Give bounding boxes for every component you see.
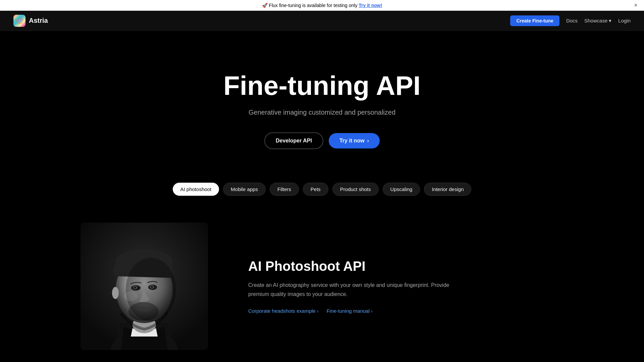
- hero-subtitle: Generative imaging customized and person…: [249, 109, 395, 116]
- svg-point-15: [128, 302, 159, 321]
- corporate-headshots-label: Corporate headshots example: [248, 308, 316, 314]
- logo-text: Astria: [29, 17, 48, 24]
- chevron-right-icon: ›: [367, 138, 369, 144]
- announcement-banner: 🚀 Flux fine-tuning is available for test…: [0, 0, 644, 11]
- tab-pets[interactable]: Pets: [303, 183, 328, 196]
- tab-filters[interactable]: Filters: [270, 183, 299, 196]
- photoshoot-description: Create an AI photography service with yo…: [248, 281, 449, 299]
- photoshoot-links: Corporate headshots example › Fine-tunin…: [248, 308, 449, 314]
- fine-tuning-manual-link[interactable]: Fine-tuning manual ›: [327, 308, 373, 314]
- showcase-label: Showcase: [584, 18, 607, 23]
- svg-point-16: [112, 287, 119, 299]
- tab-interior-design[interactable]: Interior design: [424, 183, 471, 196]
- svg-point-14: [151, 286, 153, 288]
- chevron-right-icon-2: ›: [371, 308, 373, 314]
- tab-ai-photoshoot[interactable]: AI photoshoot: [173, 183, 219, 196]
- logo-icon: [13, 15, 25, 27]
- main-nav: Astria Create Fine-tune Docs Showcase ▾ …: [0, 11, 644, 31]
- svg-point-1: [18, 19, 21, 22]
- chevron-right-icon: ›: [317, 308, 319, 314]
- create-finetune-button[interactable]: Create Fine-tune: [510, 15, 559, 26]
- try-now-label: Try it now: [339, 138, 365, 144]
- photoshoot-section: AI Photoshoot API Create an AI photograp…: [0, 209, 644, 362]
- docs-link[interactable]: Docs: [566, 18, 578, 23]
- logo-svg: [16, 17, 23, 24]
- banner-message: Flux fine-tuning is available for testin…: [269, 3, 359, 8]
- banner-close-button[interactable]: ×: [634, 2, 637, 8]
- tab-upscaling[interactable]: Upscaling: [383, 183, 420, 196]
- banner-link[interactable]: Try it now!: [359, 3, 382, 8]
- hero-buttons: Developer API Try it now ›: [264, 132, 380, 149]
- developer-api-button[interactable]: Developer API: [264, 132, 323, 149]
- try-it-now-button[interactable]: Try it now ›: [329, 133, 380, 148]
- photoshoot-title: AI Photoshoot API: [248, 259, 449, 274]
- tab-product-shots[interactable]: Product shots: [332, 183, 379, 196]
- svg-point-13: [134, 287, 136, 289]
- hero-section: Fine-tuning API Generative imaging custo…: [0, 31, 644, 176]
- showcase-dropdown[interactable]: Showcase ▾: [584, 18, 611, 24]
- nav-right: Create Fine-tune Docs Showcase ▾ Login: [510, 15, 631, 26]
- svg-point-17: [124, 291, 138, 301]
- corporate-headshots-link[interactable]: Corporate headshots example ›: [248, 308, 319, 314]
- tab-mobile-apps[interactable]: Mobile apps: [223, 183, 266, 196]
- photoshoot-content: AI Photoshoot API Create an AI photograp…: [248, 259, 449, 314]
- category-tabs: AI photoshoot Mobile apps Filters Pets P…: [0, 176, 644, 209]
- logo[interactable]: Astria: [13, 15, 48, 27]
- chevron-down-icon: ▾: [609, 18, 611, 24]
- rocket-emoji: 🚀: [262, 3, 268, 8]
- login-link[interactable]: Login: [618, 18, 631, 23]
- fine-tuning-manual-label: Fine-tuning manual: [327, 308, 370, 314]
- portrait-image: [80, 223, 208, 350]
- portrait-svg: [80, 223, 208, 350]
- banner-text: 🚀 Flux fine-tuning is available for test…: [262, 3, 382, 8]
- hero-title: Fine-tuning API: [223, 71, 421, 101]
